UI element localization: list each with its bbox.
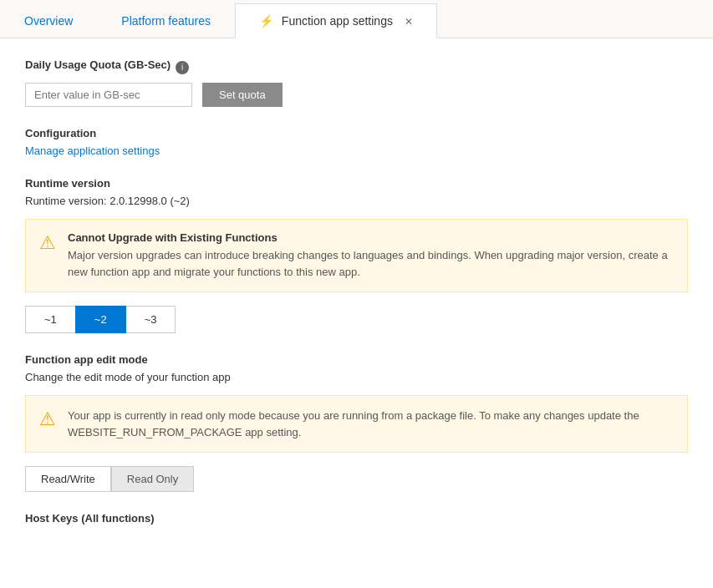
edit-mode-warning-text: Your app is currently in read only mode …	[68, 408, 674, 440]
edit-mode-warning-box: ⚠ Your app is currently in read only mod…	[25, 395, 688, 453]
edit-mode-label: Function app edit mode	[25, 353, 688, 366]
tab-platform-features-label: Platform features	[121, 14, 211, 28]
runtime-warning-content: Cannot Upgrade with Existing Functions M…	[68, 231, 674, 280]
runtime-value: Runtime version: 2.0.12998.0 (~2)	[25, 195, 688, 207]
runtime-warning-box: ⚠ Cannot Upgrade with Existing Functions…	[25, 219, 688, 292]
quota-info-icon[interactable]: i	[176, 61, 189, 74]
tab-platform-features[interactable]: Platform features	[97, 3, 235, 38]
runtime-warning-title: Cannot Upgrade with Existing Functions	[68, 231, 674, 244]
version-button-2[interactable]: ~2	[75, 306, 126, 333]
edit-mode-buttons-row: Read/Write Read Only	[25, 466, 688, 492]
tab-function-app-settings-label: Function app settings	[282, 14, 393, 28]
quota-row: Set quota	[25, 83, 688, 107]
edit-mode-section: Function app edit mode Change the edit m…	[25, 353, 688, 492]
set-quota-button[interactable]: Set quota	[202, 83, 283, 107]
tab-function-app-settings[interactable]: ⚡ Function app settings ✕	[235, 3, 437, 38]
main-content: Daily Usage Quota (GB-Sec) i Set quota C…	[0, 38, 713, 550]
tab-close-icon[interactable]: ✕	[405, 16, 413, 28]
function-app-settings-icon: ⚡	[259, 14, 273, 28]
configuration-section: Configuration Manage application setting…	[25, 127, 688, 157]
tab-overview-label: Overview	[24, 14, 73, 28]
quota-section: Daily Usage Quota (GB-Sec) i Set quota	[25, 58, 688, 107]
quota-header: Daily Usage Quota (GB-Sec) i	[25, 58, 688, 76]
edit-mode-description: Change the edit mode of your function ap…	[25, 371, 688, 383]
host-keys-label: Host Keys (All functions)	[25, 512, 688, 525]
configuration-label: Configuration	[25, 127, 688, 139]
tab-overview[interactable]: Overview	[0, 3, 97, 38]
runtime-warning-text: Major version upgrades can introduce bre…	[68, 247, 674, 280]
read-write-button[interactable]: Read/Write	[25, 466, 111, 492]
read-only-button[interactable]: Read Only	[111, 466, 194, 492]
tab-bar: Overview Platform features ⚡ Function ap…	[0, 0, 713, 38]
runtime-warning-icon: ⚠	[39, 232, 56, 280]
edit-mode-warning-icon: ⚠	[39, 408, 56, 440]
edit-mode-warning-content: Your app is currently in read only mode …	[68, 408, 674, 440]
version-button-1[interactable]: ~1	[25, 306, 75, 333]
quota-label: Daily Usage Quota (GB-Sec)	[25, 58, 171, 71]
runtime-section: Runtime version Runtime version: 2.0.129…	[25, 177, 688, 333]
host-keys-section: Host Keys (All functions)	[25, 512, 688, 525]
quota-input[interactable]	[25, 83, 192, 107]
runtime-label: Runtime version	[25, 177, 688, 190]
manage-application-settings-link[interactable]: Manage application settings	[25, 144, 160, 157]
version-buttons-row: ~1 ~2 ~3	[25, 306, 688, 333]
version-button-3[interactable]: ~3	[126, 306, 176, 333]
